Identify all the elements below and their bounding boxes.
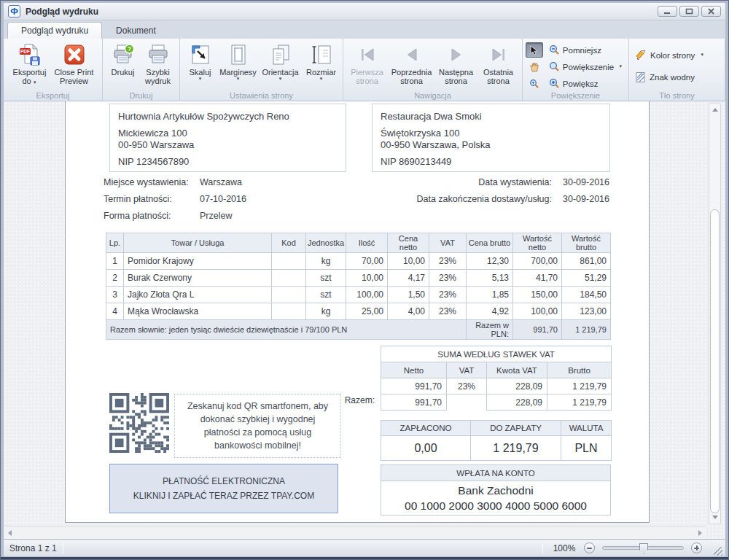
previous-page-button[interactable]: Poprzednia strona xyxy=(389,41,435,85)
scroll-right-icon[interactable] xyxy=(698,530,702,536)
quick-print-button[interactable]: Szybki wydruk xyxy=(140,41,176,85)
horizontal-scrollbar[interactable] xyxy=(4,526,706,539)
svg-text:?: ? xyxy=(127,45,130,52)
payment-form-value: Przelew xyxy=(200,211,309,221)
app-window: Φ Podgląd wydruku Podgląd wydruku Dokume… xyxy=(0,0,729,560)
bank-account-table: WPŁATA NA KONTO Bank Zachodni 00 1000 20… xyxy=(381,464,611,516)
buyer-name: Restauracja Dwa Smoki xyxy=(381,111,601,122)
seller-name: Hurtownia Artykułów Spożywczych Reno xyxy=(118,111,338,122)
scroll-left-icon[interactable] xyxy=(8,530,12,536)
zoom-level: 100% xyxy=(549,543,580,553)
pointer-tool-button[interactable] xyxy=(526,42,543,58)
payment-status-table: ZAPŁACONO DO ZAPŁATY WALUTA 0,00 1 219,7… xyxy=(381,420,612,461)
quick-printer-icon xyxy=(147,42,170,67)
epayment-button[interactable]: PŁATNOŚĆ ELEKTRONICZNA KLIKNIJ I ZAPŁAĆ … xyxy=(109,464,338,513)
app-icon: Φ xyxy=(8,5,20,18)
zoom-out-icon xyxy=(549,44,560,55)
issue-date-value: 30-09-2016 xyxy=(552,177,609,187)
zoom-out-button-statusbar[interactable] xyxy=(584,542,595,553)
account-number: 00 1000 2000 3000 4000 5000 6000 xyxy=(383,498,609,513)
close-print-preview-button[interactable]: Close Print Preview xyxy=(51,41,98,85)
vat-rate-row: 991,70 23% 228,09 1 219,79 xyxy=(381,378,612,394)
zoom-tool-button[interactable] xyxy=(526,76,543,91)
zoom-out-button[interactable]: Pomniejsz xyxy=(546,42,625,58)
scale-icon xyxy=(189,42,212,67)
maximize-button[interactable] xyxy=(679,6,699,17)
dropdown-arrow-icon: ▼ xyxy=(33,80,37,85)
issue-date-label: Data wystawienia: xyxy=(478,177,552,187)
total-in-words: Razem słownie: jeden tysiąc dwieście dzi… xyxy=(106,320,467,340)
payment-form-label: Forma płatności: xyxy=(104,211,200,221)
ribbon-group-page-setup: Skaluj▼ Marginesy▼ xyxy=(180,39,343,101)
ribbon-group-page-background: Kolor strony▼ Znak wodny Tło strony xyxy=(629,39,725,101)
zoom-slider-thumb[interactable] xyxy=(639,543,648,554)
total-gross: 1 219,79 xyxy=(562,320,611,340)
currency: PLN xyxy=(561,436,612,461)
window-title: Podgląd wydruku xyxy=(26,7,98,17)
item-row: 2Burak Czerwonyszt10,004,1723%5,1341,705… xyxy=(106,270,611,287)
minimize-button[interactable] xyxy=(658,6,677,17)
tab-print-preview[interactable]: Podgląd wydruku xyxy=(7,22,102,39)
item-row: 1Pomidor Krajowykg70,0010,0023%12,30700,… xyxy=(106,253,611,270)
watermark-icon xyxy=(635,71,646,83)
dropdown-arrow-icon: ▼ xyxy=(262,77,298,82)
magnifier-small-icon xyxy=(529,79,539,89)
items-table: Lp.Towar / Usługa KodJednostka IlośćCena… xyxy=(106,233,611,340)
ribbon-group-export: PDF Eksportuj do▼ Close Print Pr xyxy=(4,39,103,101)
first-page-button[interactable]: Pierwsza strona xyxy=(346,41,389,85)
export-to-button[interactable]: PDF Eksportuj do▼ xyxy=(9,41,51,85)
epayment-line2: KLIKNIJ I ZAPŁAĆ TERAZ PRZEZ TPAY.COM xyxy=(133,489,314,503)
vertical-scrollbar[interactable] xyxy=(709,103,721,524)
scroll-up-icon[interactable] xyxy=(712,108,718,112)
close-button[interactable] xyxy=(701,6,721,17)
group-label-page-setup: Ustawienia strony xyxy=(180,91,343,100)
group-label-navigation: Nawigacja xyxy=(343,91,522,100)
issue-place-value: Warszawa xyxy=(200,177,309,187)
page-color-button[interactable]: Kolor strony▼ xyxy=(631,47,709,63)
status-bar: Strona 1 z 1 100% xyxy=(4,539,725,556)
qr-caption: Zeskanuj kod QR smartfonem, aby dokonać … xyxy=(182,400,333,452)
hand-tool-button[interactable] xyxy=(526,59,543,74)
resize-grip-icon[interactable] xyxy=(714,547,722,556)
title-bar: Φ Podgląd wydruku xyxy=(4,3,725,20)
next-page-button[interactable]: Następna strona xyxy=(435,41,477,85)
payment-values-row: 0,00 1 219,79 PLN xyxy=(381,436,612,461)
due-date-label: Termin płatności: xyxy=(104,194,200,204)
margins-button[interactable]: Marginesy▼ xyxy=(218,41,259,82)
dropdown-arrow-icon: ▼ xyxy=(700,52,704,58)
zoom-in-button[interactable]: Powiększ xyxy=(546,76,625,91)
scale-button[interactable]: Skaluj▼ xyxy=(183,41,218,82)
zoom-in-button-statusbar[interactable] xyxy=(691,542,702,553)
size-button[interactable]: Rozmiar▼ xyxy=(303,41,340,82)
first-page-icon xyxy=(358,42,377,67)
seller-box: Hurtownia Artykułów Spożywczych Reno Mic… xyxy=(109,104,346,172)
zoom-slider[interactable] xyxy=(602,546,684,550)
page-color-icon xyxy=(635,50,647,61)
last-page-icon xyxy=(489,42,508,67)
vat-total-row: 991,70 228,09 1 219,79 xyxy=(381,394,612,411)
next-page-icon xyxy=(447,42,466,67)
orientation-button[interactable]: Orientacja▼ xyxy=(259,41,303,82)
tab-document[interactable]: Dokument xyxy=(102,22,170,39)
buyer-box: Restauracja Dwa Smoki Świętokrzyska 100 … xyxy=(372,104,610,172)
watermark-button[interactable]: Znak wodny xyxy=(631,69,699,85)
delivery-date-value: 30-09-2016 xyxy=(552,194,609,204)
page-indicator: Strona 1 z 1 xyxy=(4,543,57,553)
group-label-page-background: Tło strony xyxy=(629,91,725,100)
zoom-menu-button[interactable]: Powiększenie▼ xyxy=(546,59,625,74)
close-preview-icon xyxy=(63,42,85,67)
scroll-down-icon[interactable] xyxy=(712,516,718,519)
hand-icon xyxy=(529,62,539,72)
account-title: WPŁATA NA KONTO xyxy=(381,465,611,481)
item-row: 4Mąka Wrocławskakg25,004,0023%4,92100,00… xyxy=(106,303,611,320)
seller-address2: 00-950 Warszawa xyxy=(118,139,338,151)
orientation-icon xyxy=(269,42,292,67)
last-page-button[interactable]: Ostatnia strona xyxy=(477,41,520,85)
print-button[interactable]: ? Drukuj xyxy=(106,41,140,77)
invoice-page: Hurtownia Artykułów Spożywczych Reno Mic… xyxy=(65,101,650,523)
item-row: 3Jajko Złota Qra Lszt100,001,5023%1,8515… xyxy=(106,287,611,303)
statusbar-separator xyxy=(63,542,63,554)
payment-header-row: ZAPŁACONO DO ZAPŁATY WALUTA xyxy=(381,421,612,436)
vertical-scroll-thumb[interactable] xyxy=(710,209,720,513)
previous-page-icon xyxy=(402,42,421,67)
